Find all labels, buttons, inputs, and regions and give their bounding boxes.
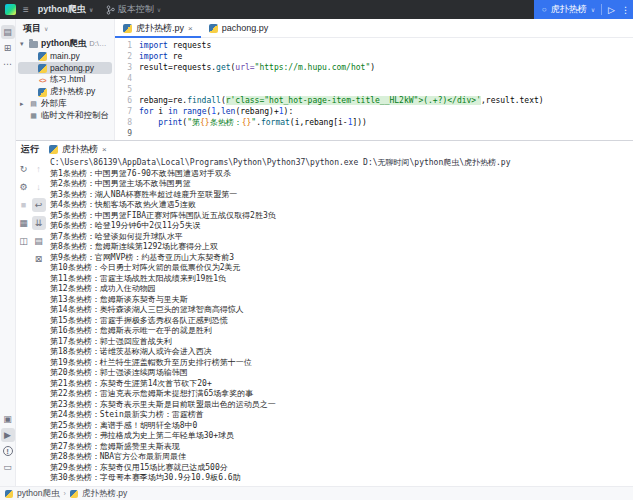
console-output-line: 第11条热榜：雷霆主场战胜太阳战绩来到19胜1负 [50, 274, 633, 285]
vcs-widget-label: 版本控制 [118, 3, 154, 16]
project-tool-icon[interactable]: ▤ [1, 25, 15, 39]
tab-label: pachong.py [222, 23, 269, 33]
run-configuration-selector[interactable]: ○ 虎扑热榜 ∨ [542, 3, 595, 16]
code-line: import re [139, 51, 633, 62]
pin-tab-icon[interactable]: ◫ [17, 234, 31, 248]
run-toolbar-inner: ↑↓↩⇊▤⊠ [31, 158, 46, 486]
line-number: 7 [115, 106, 132, 117]
run-toolbar-outer: ↻⚙■▦◫ [16, 158, 31, 486]
code-line [139, 128, 633, 139]
editor-tab-pachong.py[interactable]: pachong.py [201, 19, 277, 37]
console-output-line: 第29条热榜：东契奇仅用15场比赛就已达成500分 [50, 463, 633, 474]
stop-icon[interactable]: ■ [17, 198, 31, 212]
python-file-icon [49, 145, 58, 154]
console-output-line: 第18条热榜：诺维茨基称湖人或许会进入西决 [50, 347, 633, 358]
tree-item-练习.html[interactable]: <>练习.html [18, 74, 112, 86]
console-output-line: 第21条热榜：东契奇生涯第14次首节砍下20+ [50, 379, 633, 390]
chevron-expanded-icon[interactable]: ▾ [20, 40, 26, 48]
run-tab-label: 虎扑热榜 [62, 143, 98, 156]
console-output-line: 第2条热榜：中国男篮主场不敌韩国男篮 [50, 179, 633, 190]
run-panel-header: 运行 虎扑热榜 × [16, 141, 633, 158]
tree-item-label: 外部库 [41, 98, 67, 110]
chevron-down-icon: ∨ [89, 6, 94, 13]
workspace: ▤⊞⋯ ▣▶!▭ 项目 ∨ ▾python爬虫 D:\无聊时间\pymain.p… [0, 19, 633, 486]
python-file-icon [209, 24, 218, 33]
more-actions-icon[interactable]: ⋮ [621, 5, 629, 15]
run-tool-window: 运行 虎扑热榜 × ↻⚙■▦◫ ↑↓↩⇊▤⊠ C:\Users\86139\Ap… [16, 140, 633, 486]
project-panel: 项目 ∨ ▾python爬虫 D:\无聊时间\pymain.pypachong.… [16, 19, 115, 140]
soft-wrap-icon[interactable]: ↩ [32, 198, 46, 212]
python-icon [38, 52, 47, 61]
line-number: 5 [115, 84, 132, 95]
run-console[interactable]: C:\Users\86139\AppData\Local\Programs\Py… [46, 158, 633, 486]
code-line: rebang=re.findall(r'class="hot_hot-page-… [139, 95, 633, 106]
console-output-line: 第15条热榜：雷霆手握极多选秀权各队正感到恐慌 [50, 316, 633, 327]
notifications-icon[interactable]: ▭ [1, 460, 15, 474]
console-output-line: 第1条热榜：中国男篮76-90不敌韩国遭遇对手双杀 [50, 169, 633, 180]
down-stack-trace-icon[interactable]: ↓ [32, 180, 46, 194]
close-icon[interactable]: × [188, 24, 193, 33]
line-number: 2 [115, 51, 132, 62]
console-output-line: 第25条热榜：离谱手感！胡明轩全场8中0 [50, 421, 633, 432]
code-lines: import requestsimport reresult=requests.… [139, 40, 633, 140]
chevron-right-icon[interactable]: ▸ [20, 100, 26, 108]
scroll-to-end-icon[interactable]: ⇊ [32, 216, 46, 230]
tree-item-外部库[interactable]: ▸▤外部库 [18, 98, 112, 110]
run-panel-title: 运行 [21, 143, 39, 156]
project-widget-label: python爬虫 [38, 3, 86, 16]
breadcrumb-file[interactable]: 虎扑热榜.py [82, 488, 127, 500]
print-icon[interactable]: ▤ [32, 234, 46, 248]
terminal-tool-icon[interactable]: ▣ [1, 412, 15, 426]
up-stack-trace-icon[interactable]: ↑ [32, 162, 46, 176]
console-output-line: 第30条热榜：字母哥本赛季场均30.9分10.9板6.6助 [50, 473, 633, 484]
rerun-icon[interactable]: ↻ [17, 162, 31, 176]
breadcrumb-project[interactable]: python爬虫 [17, 488, 60, 500]
tree-item-label: main.py [50, 51, 80, 61]
vcs-widget[interactable]: 版本控制 ∨ [106, 3, 161, 16]
console-output-line: 第7条热榜：哈登谈如何提升球队水平 [50, 232, 633, 243]
chevron-down-icon: ∨ [591, 6, 595, 13]
console-output-line: 第27条热榜：詹姆斯盛赞里夫斯表现 [50, 442, 633, 453]
console-output-line: 第3条热榜：湖人NBA杯赛胜率超过雄鹿升至联盟第一 [50, 190, 633, 201]
line-number: 3 [115, 62, 132, 73]
editor: 虎扑热榜.py×pachong.py 123456789 import requ… [115, 19, 633, 140]
project-panel-header[interactable]: 项目 ∨ [16, 19, 114, 38]
restore-layout-icon[interactable]: ▦ [17, 216, 31, 230]
tree-item-虎扑热榜.py[interactable]: 虎扑热榜.py [18, 86, 112, 98]
folder-icon [29, 41, 38, 48]
project-widget[interactable]: python爬虫 ∨ [38, 3, 94, 16]
console-exec-line: C:\Users\86139\AppData\Local\Programs\Py… [50, 158, 633, 169]
console-output-line: 第23条热榜：东契奇表示里夫斯是目前联盟最出色的运动员之一 [50, 400, 633, 411]
console-output-line: 第12条热榜：成功入住动物园 [50, 284, 633, 295]
lib-icon: ▤ [29, 100, 38, 109]
close-icon[interactable]: × [102, 145, 107, 154]
run-button[interactable]: ▷ [608, 5, 615, 15]
tree-item-临时文件和控制台[interactable]: ▦临时文件和控制台 [18, 110, 112, 122]
tree-item-main.py[interactable]: main.py [18, 50, 112, 62]
code-line: import requests [139, 40, 633, 51]
console-output-line: 第19条热榜：杜兰特生涯盖帽数升至历史排行榜第十一位 [50, 358, 633, 369]
editor-tabbar: 虎扑热榜.py×pachong.py [115, 19, 633, 38]
structure-tool-icon[interactable]: ⊞ [1, 41, 15, 55]
console-output-line: 第22条热榜：雷迪克表示詹姆斯未提想打满65场拿奖的事 [50, 389, 633, 400]
editor-tab-虎扑热榜.py[interactable]: 虎扑热榜.py× [115, 19, 201, 37]
run-tool-icon[interactable]: ▶ [1, 428, 15, 442]
tree-item-pachong.py[interactable]: pachong.py [18, 62, 112, 74]
console-output-line: 第14条热榜：奥特森谈湖人三巨头的篮球智商高得惊人 [50, 305, 633, 316]
console-output-line: 第6条热榜：哈登19分钟6中2仅11分5失误 [50, 221, 633, 232]
tree-item-path: D:\无聊时间\py [89, 39, 112, 49]
chevron-down-icon: ∨ [157, 6, 161, 13]
line-number: 8 [115, 117, 132, 128]
run-tab[interactable]: 虎扑热榜 × [49, 143, 107, 156]
tree-item-python爬虫[interactable]: ▾python爬虫 D:\无聊时间\py [18, 38, 112, 50]
console-output-line: 第16条热榜：詹姆斯表示唯一在乎的就是胜利 [50, 326, 633, 337]
clear-console-icon[interactable]: ⊠ [32, 252, 46, 266]
more-tools-icon[interactable]: ⋯ [1, 57, 15, 71]
settings-icon[interactable]: ⚙ [17, 180, 31, 194]
problems-tool-icon[interactable]: ! [3, 446, 13, 456]
main-menu-icon[interactable]: ≡ [23, 4, 29, 15]
console-output-line: 第13条热榜：詹姆斯谈东契奇与里夫斯 [50, 295, 633, 306]
code-line: print("第{}条热榜：{}".format(i,rebang[i-1])) [139, 117, 633, 128]
code-area[interactable]: 123456789 import requestsimport reresult… [115, 38, 633, 140]
code-line: result=requests.get(url="https://m.hupu.… [139, 62, 633, 73]
